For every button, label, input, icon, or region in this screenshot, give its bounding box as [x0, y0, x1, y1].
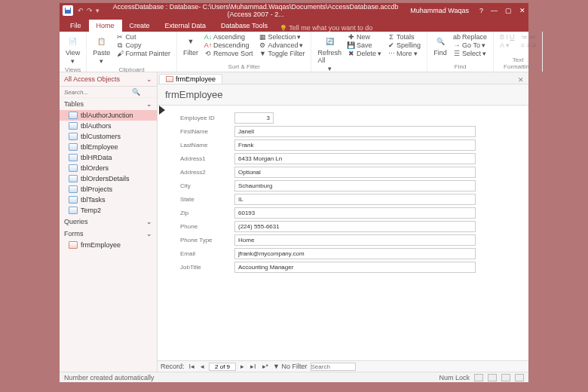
doc-tab-frmemployee[interactable]: frmEmployee — [159, 74, 222, 84]
tab-external-data[interactable]: External Data — [158, 20, 214, 32]
nav-form-frmemployee[interactable]: frmEmployee — [60, 240, 157, 250]
first-record-button[interactable]: I◂ — [188, 363, 197, 370]
nav-group-queries[interactable]: Queries⌄ — [60, 216, 157, 228]
save-icon[interactable] — [63, 5, 73, 16]
close-tab-icon[interactable]: ✕ — [518, 76, 524, 84]
field-address2[interactable] — [234, 167, 476, 178]
field-firstname[interactable] — [234, 126, 476, 137]
prev-record-button[interactable]: ◂ — [199, 363, 206, 370]
find-button[interactable]: 🔍Find — [432, 33, 449, 58]
more-button[interactable]: ⋯More ▾ — [386, 50, 422, 57]
nav-table-temp2[interactable]: Temp2 — [60, 205, 157, 216]
nav-table-tblcustomers[interactable]: tblCustomers — [60, 131, 157, 142]
record-position[interactable] — [209, 363, 236, 371]
replace-button[interactable]: abReplace — [452, 33, 488, 41]
field-city[interactable] — [234, 180, 476, 191]
field-phone[interactable] — [234, 221, 476, 232]
font-color-button[interactable]: A ▾ — [498, 41, 516, 49]
help-icon[interactable]: ? — [479, 7, 483, 14]
tab-create[interactable]: Create — [122, 20, 158, 32]
tab-file[interactable]: File — [63, 20, 89, 32]
redo-icon[interactable]: ↷ — [87, 7, 93, 14]
table-icon — [69, 143, 78, 151]
nav-table-tblemployee[interactable]: tblEmployee — [60, 142, 157, 152]
align-button[interactable]: ≡ ≡ ≡ — [519, 41, 538, 49]
undo-icon[interactable]: ↶ — [78, 7, 84, 14]
nav-table-tblorders[interactable]: tblOrders — [60, 163, 157, 173]
nav-table-tblauthors[interactable]: tblAuthors — [60, 121, 157, 131]
bullets-button[interactable]: ≔ ≕ — [519, 33, 538, 41]
descending-button[interactable]: A↑Descending — [203, 41, 255, 49]
nav-group-tables[interactable]: Tables⌄ — [60, 98, 157, 110]
qat-more-icon[interactable]: ▾ — [96, 7, 100, 14]
nav-table-tblhrdata[interactable]: tblHRData — [60, 152, 157, 163]
tell-me[interactable]: 💡 Tell me what you want to do — [280, 24, 372, 32]
copy-button[interactable]: ⧉Copy — [115, 41, 172, 49]
field-state[interactable] — [234, 194, 476, 205]
table-icon — [69, 112, 78, 119]
view-form-button[interactable] — [474, 374, 483, 381]
nav-search-input[interactable] — [64, 89, 132, 96]
maximize-icon[interactable]: ▢ — [505, 7, 512, 14]
record-selector-icon[interactable] — [159, 106, 165, 115]
tab-database-tools[interactable]: Database Tools — [213, 20, 275, 32]
refresh-all-button[interactable]: 🔄Refresh All▾ — [316, 33, 343, 74]
advanced-button[interactable]: ⚙Advanced ▾ — [257, 41, 306, 49]
goto-button[interactable]: →Go To ▾ — [452, 41, 488, 49]
paste-button[interactable]: 📋Paste▾ — [91, 33, 112, 66]
ascending-button[interactable]: A↓Ascending — [203, 33, 255, 41]
filter-button[interactable]: ▼Filter — [182, 33, 200, 58]
nav-header[interactable]: All Access Objects⌄ — [60, 72, 157, 87]
minimize-icon[interactable]: ― — [491, 7, 498, 14]
nav-group-forms[interactable]: Forms⌄ — [60, 228, 157, 240]
filter-indicator[interactable]: ▼ No Filter — [273, 363, 307, 370]
nav-table-tbltasks[interactable]: tblTasks — [60, 194, 157, 205]
chevron-down-icon[interactable]: ⌄ — [146, 75, 152, 83]
delete-button[interactable]: ✖Delete ▾ — [346, 50, 383, 57]
titlebar: ↶↷▾ AccessDatabase : Database- C:\Users\… — [60, 3, 528, 18]
toggle-filter-button[interactable]: ▼Toggle Filter — [257, 50, 306, 57]
view-button[interactable]: 📄View▾ — [64, 33, 81, 66]
field-email[interactable] — [234, 248, 476, 259]
new-button[interactable]: ✚New — [346, 33, 383, 41]
tab-home[interactable]: Home — [89, 20, 122, 32]
label-zip: Zip — [167, 210, 234, 216]
nav-table-tblauthorjunction[interactable]: tblAuthorJunction — [60, 110, 157, 121]
nav-table-tblordersdetails[interactable]: tblOrdersDetails — [60, 173, 157, 184]
view-design-button[interactable] — [515, 374, 524, 381]
field-address1[interactable] — [234, 153, 476, 164]
close-icon[interactable]: ✕ — [519, 7, 525, 14]
field-phone-type[interactable] — [234, 234, 476, 246]
next-record-button[interactable]: ▸ — [239, 363, 246, 370]
selection-button[interactable]: ▦Selection ▾ — [257, 33, 306, 41]
bold-button[interactable]: B I U — [498, 33, 516, 41]
last-record-button[interactable]: ▸I — [249, 363, 258, 370]
label-phone-type: Phone Type — [167, 237, 234, 243]
label-address2: Address2 — [167, 169, 234, 176]
field-lastname[interactable] — [234, 139, 476, 151]
search-icon[interactable]: 🔍 — [132, 88, 140, 96]
select-button[interactable]: ☰Select ▾ — [452, 50, 488, 57]
field-employee-id[interactable] — [234, 112, 274, 124]
form-icon — [69, 241, 78, 249]
new-record-button[interactable]: ▸* — [261, 363, 271, 370]
field-zip[interactable] — [234, 207, 476, 219]
table-icon — [69, 175, 78, 182]
view-layout-button[interactable] — [501, 374, 510, 381]
cut-button[interactable]: ✂Cut — [115, 33, 172, 41]
format-painter-button[interactable]: 🖌Format Painter — [115, 50, 172, 57]
totals-button[interactable]: ΣTotals — [386, 33, 422, 41]
document-tabs: frmEmployee ✕ — [158, 72, 528, 84]
record-navigator: Record: I◂ ◂ ▸ ▸I ▸* ▼ No Filter — [158, 360, 528, 372]
nav-table-tblprojects[interactable]: tblProjects — [60, 184, 157, 194]
group-views: 📄View▾ Views — [60, 32, 87, 72]
remove-sort-button[interactable]: ⟲Remove Sort — [203, 50, 255, 57]
label-email: Email — [167, 250, 234, 257]
record-search[interactable] — [311, 363, 356, 371]
group-records: 🔄Refresh All▾ ✚New 💾Save ✖Delete ▾ ΣTota… — [311, 32, 427, 72]
spelling-button[interactable]: ✔Spelling — [386, 41, 422, 49]
field-jobtitle[interactable] — [234, 262, 476, 273]
view-datasheet-button[interactable] — [488, 374, 497, 381]
table-icon — [69, 133, 78, 140]
save-record-button[interactable]: 💾Save — [346, 41, 383, 49]
